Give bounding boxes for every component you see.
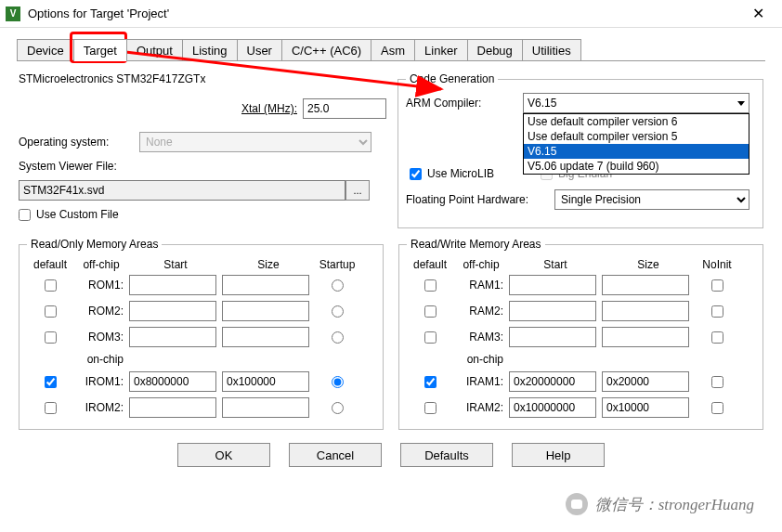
col-offchip: off-chip	[453, 258, 509, 271]
mem-start-input[interactable]	[509, 301, 596, 321]
mem-name: IROM2:	[73, 401, 129, 414]
mem-start-input[interactable]	[129, 301, 216, 321]
compiler-option[interactable]: V5.06 update 7 (build 960)	[524, 159, 749, 174]
watermark: 微信号：strongerHuang	[566, 493, 754, 515]
mem-size-input[interactable]	[602, 327, 689, 347]
arm-compiler-dropdown: Use default compiler version 6 Use defau…	[523, 113, 749, 175]
mem-startup-radio[interactable]	[332, 279, 344, 292]
mem-start-input[interactable]	[509, 397, 596, 418]
arm-compiler-select[interactable]: V6.15	[523, 93, 749, 113]
tab-output[interactable]: Output	[126, 39, 183, 61]
mem-name: RAM3:	[453, 331, 509, 344]
compiler-option[interactable]: V6.15	[524, 144, 749, 159]
help-button[interactable]: Help	[512, 443, 605, 467]
tab-listing[interactable]: Listing	[182, 39, 238, 61]
mem-default-checkbox[interactable]	[424, 279, 437, 292]
tab-debug[interactable]: Debug	[467, 39, 523, 61]
defaults-button[interactable]: Defaults	[400, 443, 493, 467]
col-start: Start	[129, 258, 222, 271]
close-button[interactable]: ✕	[739, 1, 776, 27]
mem-name: RAM2:	[453, 305, 509, 318]
mem-name: IRAM2:	[453, 401, 509, 414]
mem-start-input[interactable]	[509, 275, 596, 295]
tab-cpp[interactable]: C/C++ (AC6)	[281, 39, 371, 61]
col-offchip: off-chip	[73, 258, 129, 271]
mem-default-checkbox[interactable]	[424, 402, 437, 414]
tab-asm[interactable]: Asm	[371, 39, 415, 61]
mem-start-input[interactable]	[129, 397, 216, 418]
use-microlib-label: Use MicroLIB	[427, 167, 494, 180]
mem-start-input[interactable]	[129, 371, 216, 392]
tab-user[interactable]: User	[237, 39, 282, 61]
mem-default-checkbox[interactable]	[424, 331, 437, 344]
mem-default-checkbox[interactable]	[45, 376, 57, 388]
mem-default-checkbox[interactable]	[424, 305, 437, 318]
tab-linker[interactable]: Linker	[414, 39, 467, 61]
tab-utilities[interactable]: Utilities	[522, 39, 581, 61]
code-generation-group: Code Generation ARM Compiler: V6.15 Use …	[398, 72, 763, 228]
mem-size-input[interactable]	[602, 371, 689, 392]
readwrite-memory-group: Read/Write Memory Areas default off-chip…	[398, 238, 763, 430]
mem-size-input[interactable]	[602, 397, 689, 418]
mem-size-input[interactable]	[222, 301, 309, 321]
wechat-icon	[566, 493, 588, 515]
svf-input	[19, 180, 345, 201]
mem-noinit-checkbox[interactable]	[711, 402, 723, 414]
tab-target[interactable]: Target	[73, 39, 127, 61]
mem-noinit-checkbox[interactable]	[711, 376, 723, 388]
ok-button[interactable]: OK	[177, 443, 270, 467]
mem-default-checkbox[interactable]	[45, 402, 57, 414]
mem-noinit-checkbox[interactable]	[711, 305, 723, 318]
fph-label: Floating Point Hardware:	[406, 193, 554, 206]
mem-name: IRAM1:	[453, 375, 509, 388]
os-select[interactable]: None	[139, 132, 371, 152]
button-bar: OK Cancel Defaults Help	[19, 443, 763, 467]
os-label: Operating system:	[19, 136, 139, 149]
mem-default-checkbox[interactable]	[45, 305, 57, 318]
mem-size-input[interactable]	[222, 275, 309, 295]
readwrite-legend: Read/Write Memory Areas	[407, 238, 545, 251]
use-microlib-checkbox[interactable]	[410, 168, 422, 180]
compiler-option[interactable]: Use default compiler version 6	[524, 114, 749, 129]
mem-start-input[interactable]	[509, 371, 596, 392]
mem-name: ROM3:	[73, 331, 129, 344]
mem-name: IROM1:	[73, 375, 129, 388]
arm-compiler-value: V6.15	[528, 97, 556, 110]
compiler-option[interactable]: Use default compiler version 5	[524, 129, 749, 144]
readonly-memory-group: Read/Only Memory Areas default off-chip …	[19, 238, 384, 430]
device-label: STMicroelectronics STM32F417ZGTx	[19, 72, 205, 85]
mem-default-checkbox[interactable]	[45, 331, 57, 344]
use-custom-file-checkbox[interactable]	[19, 209, 31, 221]
mem-startup-radio[interactable]	[332, 402, 344, 414]
mem-name: ROM2:	[73, 305, 129, 318]
col-noinit: NoInit	[695, 258, 739, 271]
mem-size-input[interactable]	[602, 275, 689, 295]
mem-name: RAM1:	[453, 279, 509, 292]
xtal-input[interactable]	[303, 98, 386, 119]
mem-start-input[interactable]	[129, 275, 216, 295]
fph-select[interactable]: Single Precision	[554, 189, 749, 210]
mem-default-checkbox[interactable]	[45, 279, 57, 292]
mem-size-input[interactable]	[222, 371, 309, 392]
mem-startup-radio[interactable]	[332, 331, 344, 344]
mem-size-input[interactable]	[222, 397, 309, 418]
col-size: Size	[222, 258, 315, 271]
onchip-label: on-chip	[73, 353, 129, 366]
mem-start-input[interactable]	[509, 327, 596, 347]
xtal-label: Xtal (MHz):	[241, 102, 297, 115]
svf-browse-button[interactable]: ...	[345, 180, 370, 201]
tab-device[interactable]: Device	[17, 39, 74, 61]
code-generation-legend: Code Generation	[406, 72, 498, 85]
mem-default-checkbox[interactable]	[424, 376, 437, 388]
mem-size-input[interactable]	[602, 301, 689, 321]
mem-size-input[interactable]	[222, 327, 309, 347]
mem-noinit-checkbox[interactable]	[711, 279, 723, 292]
mem-start-input[interactable]	[129, 327, 216, 347]
cancel-button[interactable]: Cancel	[289, 443, 382, 467]
col-default: default	[27, 258, 73, 271]
mem-startup-radio[interactable]	[332, 376, 344, 388]
svf-label: System Viewer File:	[19, 160, 117, 173]
app-icon: V	[6, 6, 20, 21]
mem-startup-radio[interactable]	[332, 305, 344, 318]
mem-noinit-checkbox[interactable]	[711, 331, 723, 344]
